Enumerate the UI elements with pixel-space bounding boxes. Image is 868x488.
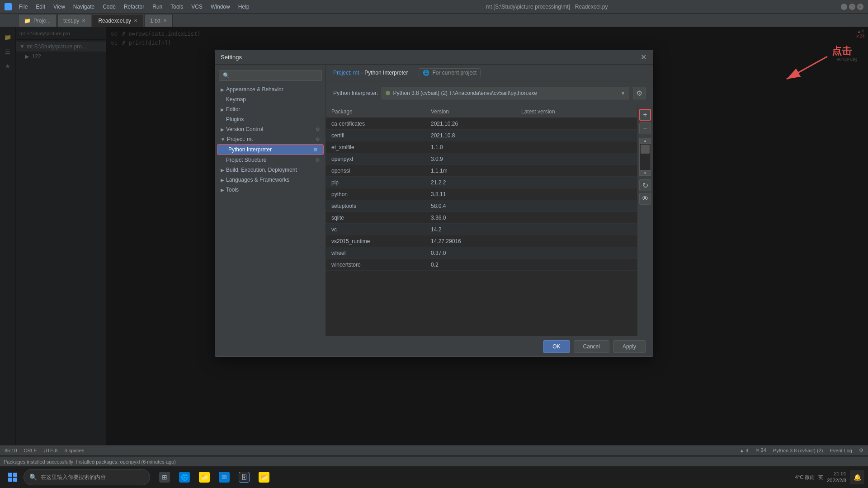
taskbar-app-files[interactable]: 📂 (255, 468, 273, 486)
table-row[interactable]: wheel 0.37.0 (326, 247, 637, 259)
start-button[interactable] (4, 468, 22, 486)
interpreter-value: Python 3.8 (cv5aiit) (2) T:\Anaconda\env… (393, 90, 618, 96)
nav-editor[interactable]: ▶ Editor (215, 104, 326, 114)
nav-keymap-label: Keymap (226, 96, 246, 103)
nav-keymap[interactable]: Keymap (215, 94, 326, 104)
nav-vc-icon: ⚙ (316, 127, 320, 132)
minimize-button[interactable]: ─ (841, 4, 847, 10)
td-package-name: wincertstore (326, 262, 425, 268)
td-package-name: pip (326, 179, 425, 186)
menu-code[interactable]: Code (99, 2, 119, 11)
nav-languages[interactable]: ▶ Languages & Frameworks (215, 175, 326, 185)
settings-search[interactable] (219, 70, 322, 81)
expand-build-icon: ▶ (221, 168, 224, 173)
cancel-button[interactable]: Cancel (574, 340, 609, 353)
tab-1txt[interactable]: 1.txt ✕ (144, 14, 173, 27)
status-interpreter[interactable]: Python 3.8 (cv5aiit) (2) (773, 448, 823, 453)
menu-window[interactable]: Window (207, 2, 234, 11)
table-row[interactable]: openssl 1.1.1m (326, 165, 637, 177)
dialog-close-button[interactable]: ✕ (639, 53, 647, 61)
td-package-name: ca-certificates (326, 121, 425, 127)
menu-refactor[interactable]: Refactor (120, 2, 148, 11)
tab-readexcel-close[interactable]: ✕ (134, 18, 137, 23)
menu-help[interactable]: Help (235, 2, 253, 11)
task-icon: ⊞ (159, 472, 170, 483)
table-row[interactable]: vs2015_runtime 14.27.29016 (326, 235, 637, 247)
bottom-status-bar: Packages installed successfully: Install… (0, 456, 868, 466)
tab-testpy-close[interactable]: ✕ (82, 18, 85, 23)
annotation-overlay: 点击 (732, 27, 868, 117)
table-row[interactable]: vc 14.2 (326, 224, 637, 235)
tab-testpy[interactable]: test.py ✕ (57, 14, 91, 27)
eye-button[interactable]: 👁 (639, 193, 651, 205)
taskbar-app-edge[interactable]: 🌐 (175, 468, 193, 486)
add-package-button[interactable]: + Install Alt+Insert (639, 109, 651, 121)
close-button[interactable]: ✕ (857, 4, 863, 10)
refresh-icon: ↻ (642, 181, 648, 190)
nav-project-structure[interactable]: Project Structure ⚙ (215, 155, 326, 165)
table-row[interactable]: setuptools 58.0.4 (326, 200, 637, 212)
taskbar-search[interactable]: 🔍 在这里输入你要搜索的内容 (24, 469, 150, 485)
menu-run[interactable]: Run (149, 2, 166, 11)
table-row[interactable]: ca-certificates 2021.10.26 (326, 118, 637, 130)
table-row[interactable]: et_xmlfile 1.1.0 (326, 141, 637, 153)
interpreter-dropdown[interactable]: Python 3.8 (cv5aiit) (2) T:\Anaconda\env… (382, 87, 629, 99)
th-latest[interactable]: Latest version (516, 108, 637, 115)
nav-version-control[interactable]: ▶ Version Control ⚙ (215, 124, 326, 134)
taskbar-app-pycharm[interactable]: 🗄 (235, 468, 253, 486)
nav-project-label: Project: mt (227, 136, 253, 142)
td-package-version: 2021.10.26 (425, 121, 516, 127)
table-row[interactable]: python 3.8.11 (326, 188, 637, 200)
nav-project[interactable]: ▼ Project: mt ⚙ (215, 134, 326, 144)
taskbar-app-task[interactable]: ⊞ (156, 468, 174, 486)
refresh-button[interactable]: ↻ (639, 179, 651, 191)
status-event-log[interactable]: Event Log (830, 448, 852, 453)
nav-plugins[interactable]: Plugins (215, 114, 326, 124)
td-package-name: sqlite (326, 215, 425, 221)
menu-tools[interactable]: Tools (167, 2, 187, 11)
breadcrumb-project[interactable]: Project: mt (333, 70, 359, 76)
nav-build[interactable]: ▶ Build, Execution, Deployment (215, 165, 326, 175)
menu-navigate[interactable]: Navigate (70, 2, 98, 11)
tab-readexcel[interactable]: Readexcel.py ✕ (92, 14, 143, 27)
tab-project-label: Proje... (33, 18, 51, 24)
notification-button[interactable]: 🔔 (850, 470, 864, 484)
interpreter-label: Python Interpreter: (333, 90, 378, 96)
tab-project[interactable]: 📁 Proje... (18, 14, 57, 27)
menu-view[interactable]: View (50, 2, 69, 11)
taskbar-clock: 21:01 2022/2/8 (827, 470, 846, 484)
scroll-down-button[interactable]: ▼ (639, 170, 651, 176)
interpreter-settings-button[interactable]: ⚙ (633, 87, 646, 99)
remove-package-button[interactable]: − (639, 122, 651, 134)
table-row[interactable]: wincertstore 0.2 (326, 259, 637, 271)
taskbar-app-explorer[interactable]: 📁 (195, 468, 213, 486)
settings-icon[interactable]: ⚙ (859, 447, 863, 453)
expand-project-icon: ▼ (221, 137, 225, 142)
th-package[interactable]: Package (326, 108, 425, 115)
menu-vcs[interactable]: VCS (188, 2, 206, 11)
bottom-message: Packages installed successfully: Install… (4, 459, 176, 465)
dialog-titlebar: Settings ✕ (215, 50, 653, 65)
table-row[interactable]: sqlite 3.36.0 (326, 212, 637, 224)
nav-tools[interactable]: ▶ Tools (215, 185, 326, 195)
nav-appearance[interactable]: ▶ Appearance & Behavior (215, 84, 326, 94)
ok-button[interactable]: OK (543, 340, 570, 353)
th-version[interactable]: Version (425, 108, 516, 115)
menu-file[interactable]: File (15, 2, 31, 11)
scroll-up-button[interactable]: ▲ (639, 138, 651, 143)
nav-python-interpreter[interactable]: Python Interpreter ⚙ (217, 144, 324, 155)
table-row[interactable]: pip 21.2.2 (326, 177, 637, 188)
menu-edit[interactable]: Edit (32, 2, 49, 11)
pycharm-icon: 🗄 (239, 472, 250, 483)
scroll-track[interactable] (639, 143, 651, 170)
table-row[interactable]: certifi 2021.10.8 (326, 130, 637, 141)
taskbar-app-mail[interactable]: ✉ (215, 468, 233, 486)
nav-build-label: Build, Execution, Deployment (226, 167, 297, 173)
apply-button[interactable]: Apply (613, 340, 646, 353)
maximize-button[interactable]: □ (849, 4, 855, 10)
for-current-project-tab[interactable]: 🌐 For current project (419, 68, 481, 77)
annotation-arrow-svg: 点击 (750, 41, 863, 95)
win-sq-4 (13, 478, 17, 482)
tab-1txt-close[interactable]: ✕ (163, 18, 167, 23)
table-row[interactable]: openpyxl 3.0.9 (326, 153, 637, 165)
